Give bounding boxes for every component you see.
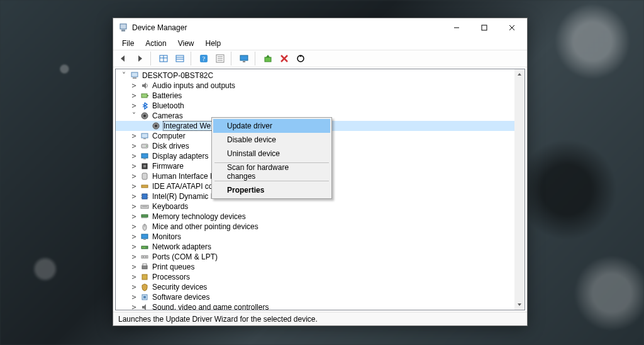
- svg-marker-7: [138, 55, 142, 62]
- scroll-up-button[interactable]: [514, 69, 525, 79]
- toolbar-separator: [150, 52, 153, 65]
- toolbar-uninstall-button[interactable]: [277, 52, 292, 65]
- tree-category[interactable]: >Memory technology devices: [116, 212, 525, 222]
- minimize-button[interactable]: [443, 19, 470, 37]
- window-title: Device Manager: [132, 23, 443, 32]
- hid-icon: [140, 171, 150, 181]
- expand-toggle[interactable]: >: [130, 283, 138, 291]
- expand-toggle[interactable]: >: [130, 132, 138, 140]
- expand-toggle[interactable]: >: [130, 223, 138, 230]
- tree-category[interactable]: >Processors: [116, 272, 525, 282]
- update-icon: [263, 54, 273, 64]
- tree-category[interactable]: >Monitors: [116, 232, 525, 242]
- toolbar-view-devices-button[interactable]: [172, 52, 187, 65]
- scroll-track[interactable]: [514, 79, 525, 300]
- tree-item-label: Monitors: [152, 232, 181, 241]
- context-menu-item[interactable]: Update driver: [213, 119, 330, 133]
- toolbar-scan-button[interactable]: [236, 52, 252, 65]
- arrow-right-icon: [135, 54, 145, 64]
- expand-toggle[interactable]: >: [130, 82, 138, 89]
- expand-toggle[interactable]: >: [130, 162, 138, 170]
- svg-rect-42: [143, 159, 146, 159]
- toolbar-properties-button[interactable]: [213, 52, 228, 65]
- expand-toggle[interactable]: >: [130, 92, 138, 99]
- svg-rect-54: [142, 215, 148, 217]
- tree-category[interactable]: >Batteries: [116, 91, 525, 101]
- expand-toggle[interactable]: >: [130, 183, 138, 190]
- context-menu-item[interactable]: Scan for hardware changes: [213, 165, 330, 179]
- menu-view[interactable]: View: [173, 38, 199, 48]
- toolbar-update-driver-button[interactable]: [260, 52, 275, 65]
- context-menu-separator: [214, 181, 329, 181]
- tree-category[interactable]: >Software devices: [116, 292, 525, 302]
- tree-item-label: Ports (COM & LPT): [152, 252, 218, 261]
- expand-toggle[interactable]: >: [130, 293, 138, 301]
- svg-rect-45: [142, 173, 147, 179]
- tree-root[interactable]: ˅DESKTOP-0BST82C: [116, 71, 525, 81]
- svg-rect-29: [133, 77, 136, 79]
- expand-toggle[interactable]: >: [130, 263, 138, 271]
- scrollbar[interactable]: [514, 69, 525, 310]
- tree-category[interactable]: >Sound, video and game controllers: [116, 302, 525, 310]
- tree-item-label: Audio inputs and outputs: [152, 81, 235, 90]
- tree-category[interactable]: >Keyboards: [116, 201, 525, 212]
- menu-action[interactable]: Action: [140, 38, 171, 48]
- svg-point-67: [145, 256, 147, 257]
- menu-file[interactable]: File: [117, 38, 139, 48]
- mouse-icon: [140, 222, 150, 232]
- tree-item-label: Memory technology devices: [152, 212, 246, 221]
- tree-category[interactable]: >Mice and other pointing devices: [116, 222, 525, 232]
- scroll-down-button[interactable]: [514, 300, 525, 310]
- toolbar-separator: [231, 52, 233, 65]
- software-icon: [140, 292, 150, 302]
- help-icon: ?: [199, 54, 209, 64]
- camera-icon: [151, 121, 161, 131]
- expand-toggle[interactable]: ˅: [119, 72, 128, 79]
- tree-item-label: Processors: [152, 273, 190, 281]
- toolbar-help-button[interactable]: ?: [196, 52, 211, 65]
- svg-rect-60: [142, 234, 148, 239]
- maximize-button[interactable]: [470, 19, 498, 37]
- tree-category[interactable]: >Audio inputs and outputs: [116, 81, 525, 91]
- context-menu-item[interactable]: Properties: [213, 183, 330, 197]
- toolbar-forward-button[interactable]: [132, 52, 147, 65]
- uninstall-icon: [279, 54, 289, 64]
- expand-toggle[interactable]: >: [130, 303, 138, 310]
- tree-category[interactable]: >Ports (COM & LPT): [116, 252, 525, 262]
- expand-toggle[interactable]: >: [130, 203, 138, 210]
- sound-icon: [140, 302, 150, 310]
- toolbar-show-hidden-button[interactable]: [156, 52, 171, 65]
- close-button[interactable]: [498, 19, 526, 37]
- expand-toggle[interactable]: >: [130, 253, 138, 261]
- statusbar: Launches the Update Driver Wizard for th…: [113, 312, 527, 325]
- svg-rect-28: [131, 72, 138, 77]
- toolbar-back-button[interactable]: [116, 52, 131, 65]
- expand-toggle[interactable]: >: [130, 243, 138, 251]
- svg-point-36: [155, 125, 157, 127]
- toolbar-disable-button[interactable]: [293, 52, 308, 65]
- expand-toggle[interactable]: >: [130, 172, 138, 180]
- svg-rect-65: [142, 256, 148, 258]
- expand-toggle[interactable]: >: [130, 152, 138, 160]
- tree-category[interactable]: >Print queues: [116, 262, 525, 272]
- props-icon: [215, 54, 225, 64]
- expand-toggle[interactable]: >: [130, 233, 138, 240]
- context-menu-item[interactable]: Uninstall device: [213, 147, 330, 161]
- ide-icon: [140, 181, 150, 191]
- tree-category[interactable]: >Security devices: [116, 282, 525, 292]
- titlebar[interactable]: Device Manager: [113, 18, 527, 37]
- tree-item-label: Print queues: [152, 263, 194, 271]
- svg-point-66: [143, 256, 144, 257]
- context-menu-item[interactable]: Disable device: [213, 133, 330, 147]
- expand-toggle[interactable]: >: [130, 142, 138, 150]
- tree-category[interactable]: >Network adapters: [116, 242, 525, 252]
- menu-help[interactable]: Help: [201, 38, 226, 48]
- tree-category[interactable]: >Bluetooth: [116, 101, 525, 111]
- svg-marker-30: [142, 82, 146, 89]
- expand-toggle[interactable]: ˅: [130, 112, 138, 120]
- expand-toggle[interactable]: >: [130, 102, 138, 110]
- toolbar: ?: [113, 50, 527, 67]
- expand-toggle[interactable]: >: [130, 273, 138, 281]
- expand-toggle[interactable]: >: [130, 193, 138, 200]
- expand-toggle[interactable]: >: [130, 213, 138, 220]
